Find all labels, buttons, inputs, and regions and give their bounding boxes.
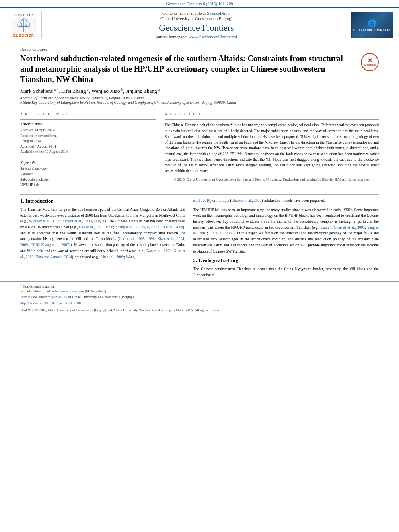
doi-link[interactable]: http://dx.doi.org/10.1016/j.gsf.2014.08.…: [20, 301, 83, 305]
email-label: E-mail address:: [20, 289, 43, 293]
keyword-structural-geology: Structural geology: [20, 166, 156, 172]
geoscience-frontiers-logo: 🌐 GEOSCIENCE FRONTIERS: [351, 12, 393, 38]
ref-windley-link[interactable]: Windley et al., 1990: [29, 219, 60, 223]
crossmark-symbol: ✕: [368, 58, 372, 63]
abstract-copyright: © 2015, China University of Geosciences …: [165, 177, 379, 181]
history-revised-label: Received in revised form: [20, 133, 156, 139]
footnote-section: * Corresponding author. E-mail address: …: [0, 281, 399, 299]
affiliations-block: a School of Earth and Space Sciences, Pe…: [20, 96, 379, 105]
elsevier-text: ELSEVIER: [13, 33, 35, 37]
author-wenjiao-xiao: Wenjiao Xiao: [91, 88, 120, 94]
section2-right-para1: The Chinese southwestern Tianshan is loc…: [193, 266, 379, 278]
globe-icon: 🌐: [368, 19, 376, 28]
section2-title: 2. Geological setting: [193, 257, 379, 264]
journal-reference: Geoscience Frontiers 6 (2015) 191–209: [0, 0, 399, 7]
homepage-line: journal homepage: www.elsevier.com/locat…: [46, 35, 347, 39]
ref-lin2009[interactable]: Lin et al., 2009: [101, 255, 124, 259]
publisher-logo-box: HOSTED BY ELSEVIER: [6, 11, 42, 39]
article-info-column: A R T I C L E I N F O Article history: R…: [20, 112, 156, 188]
main-content: Research paper Northward subduction-rela…: [0, 43, 399, 191]
history-accepted: Accepted 4 August 2014: [20, 144, 156, 150]
section1-right-para2: The HP/UHP belt has been an important ta…: [193, 207, 379, 255]
abstract-column: A B S T R A C T The Chinese Tianshan bel…: [165, 112, 379, 188]
email-line: E-mail address: mark.scheltens@gmail.com…: [20, 289, 379, 293]
affiliation-a: a School of Earth and Space Sciences, Pe…: [20, 96, 379, 100]
keyword-tianshan: Tianshan: [20, 171, 156, 177]
keywords-title: Keywords:: [20, 161, 156, 165]
ref-lu2008[interactable]: Lü et al., 2008: [160, 225, 183, 229]
sciencedirect-link[interactable]: ScienceDirect: [207, 11, 230, 16]
corresponding-author-note: * Corresponding author.: [20, 284, 379, 288]
article-title-text: Northward subduction-related orogenesis …: [20, 54, 343, 84]
article-title-block: Northward subduction-related orogenesis …: [20, 53, 379, 84]
section1-right-para1: et al., 2010) or multiple (Charvet et al…: [193, 198, 379, 204]
sciencedirect-line: Contents lists available at ScienceDirec…: [46, 11, 347, 16]
authors-line: Mark Scheltens a,*, Lifei Zhang a, Wenji…: [20, 88, 379, 94]
keyword-hp-uhp: HP/UHP belt: [20, 182, 156, 188]
ref-fig1-link[interactable]: Fig. 1: [96, 219, 105, 223]
email-link[interactable]: mark.scheltens@gmail.com: [43, 289, 84, 293]
history-available: Available online 30 August 2014: [20, 149, 156, 155]
journal-header-center: Contents lists available at ScienceDirec…: [46, 11, 347, 39]
history-revised-date: 1 August 2014: [20, 138, 156, 144]
abstract-divider: [165, 119, 379, 120]
keywords-section: Keywords: Structural geology Tianshan Su…: [20, 161, 156, 188]
section1-title: 1. Introduction: [20, 198, 185, 204]
author-scheltens-sup: a,*: [54, 88, 58, 92]
body-right-column: et al., 2010) or multiple (Charvet et al…: [193, 198, 379, 281]
ref-wang[interactable]: Wang: [126, 255, 135, 259]
info-divider-top: [20, 119, 156, 120]
ref-gao1995[interactable]: Gao et al., 1995: [79, 225, 103, 229]
elsevier-logo: ELSEVIER: [12, 18, 36, 37]
author-wenjiao-sup: b: [121, 88, 123, 92]
ref-laurent-charvet[interactable]: Laurent-Charvet et al., 2003: [321, 226, 365, 230]
ref-gao1998[interactable]: 1998: [105, 225, 113, 229]
history-title: Article history:: [20, 122, 156, 126]
homepage-link[interactable]: www.elsevier.com/locate/gsf: [188, 35, 237, 39]
peer-review-note: Peer-review under responsibility of Chin…: [20, 295, 379, 299]
affiliation-b: b State Key Laboratory of Lithosphere Ev…: [20, 101, 379, 105]
ref-wang2010[interactable]: et al., 2010: [193, 199, 210, 203]
email-person: (M. Scheltens).: [85, 289, 107, 293]
gf-logo-text: GEOSCIENCE FRONTIERS: [353, 29, 391, 31]
abstract-text: The Chinese Tianshan belt of the souther…: [165, 122, 379, 174]
article-info-abstract-section: A R T I C L E I N F O Article history: R…: [20, 109, 379, 188]
paper-type-label: Research paper: [20, 47, 379, 51]
article-history: Article history: Received 14 April 2014 …: [20, 122, 156, 155]
author-lifei-zhang: Lifei Zhang: [61, 88, 86, 94]
ref-zhang2002[interactable]: Zhang et al., 2002a, b, 2005: [115, 225, 158, 229]
author-jinjiang-zhang: Jinjiang Zhang: [126, 88, 157, 94]
ref-lin2009b[interactable]: Lin et al., 2009: [209, 231, 233, 235]
author-mark-scheltens: Mark Scheltens: [20, 88, 53, 94]
body-section: 1. Introduction The Tianshan Mountain ra…: [0, 198, 399, 281]
author-lifei-sup: a: [87, 88, 89, 92]
doi-line: http://dx.doi.org/10.1016/j.gsf.2014.08.…: [0, 300, 399, 306]
ref-gao2009[interactable]: Gao et al., 2009: [146, 249, 171, 253]
bottom-copyright: 1674-9871/© 2015, China University of Ge…: [0, 306, 399, 314]
info-divider-middle: [20, 158, 156, 158]
body-divider: [20, 194, 379, 195]
keyword-subduction-polarity: Subduction polarity: [20, 177, 156, 183]
abstract-header: A B S T R A C T: [165, 112, 379, 116]
ref-charvet2007[interactable]: Charvet et al., 2007: [232, 199, 262, 203]
ref-xiao2014[interactable]: Xiao and Santosh, 2014: [35, 255, 72, 259]
history-received: Received 14 April 2014: [20, 127, 156, 133]
elsevier-logo-svg: [12, 18, 36, 33]
ref-sengor-link[interactable]: Sengor et al., 1993: [63, 219, 92, 223]
and-the-text: and the: [367, 267, 379, 271]
ref-zhang2007[interactable]: Zhang et al., 2007a: [41, 243, 70, 247]
body-left-column: 1. Introduction The Tianshan Mountain ra…: [20, 198, 185, 281]
hosted-by-label: HOSTED BY: [13, 13, 34, 17]
journal-header: HOSTED BY ELSEVIER Contents lists availa…: [0, 7, 399, 43]
author-jinjiang-sup: a: [158, 88, 160, 92]
journal-title: Geoscience Frontiers: [46, 23, 347, 33]
article-info-header: A R T I C L E I N F O: [20, 112, 156, 116]
ref-gao-tarim[interactable]: Gao et al., 1995, 1998: [119, 237, 155, 241]
section1-left-para1: The Tianshan Mountain range is the south…: [20, 207, 185, 260]
crossmark-badge: ✕ CrossMark: [361, 53, 379, 71]
crossmark-label: CrossMark: [364, 64, 375, 66]
university-line: China University of Geosciences (Beijing…: [46, 16, 347, 21]
